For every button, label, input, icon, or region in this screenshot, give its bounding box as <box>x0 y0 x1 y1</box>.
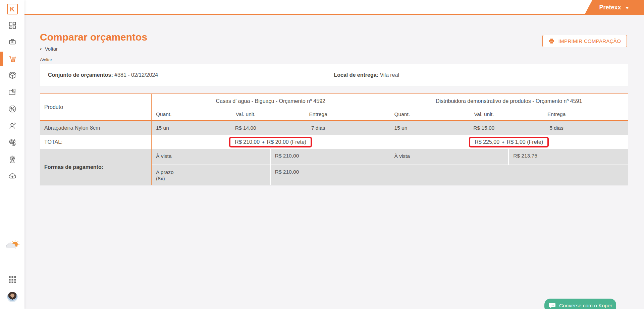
sidebar-item-products[interactable] <box>0 67 24 84</box>
product-column-header: Produto <box>40 94 151 120</box>
total-label-cell: TOTAL: <box>40 135 151 149</box>
weather-widget[interactable] <box>5 239 20 252</box>
supplier-1-payment-1-value: R$ 210,00 <box>271 149 390 165</box>
svg-text:$: $ <box>13 89 14 92</box>
sidebar-item-customers[interactable] <box>0 134 24 151</box>
sidebar-item-suppliers[interactable] <box>0 117 24 134</box>
back-link-small[interactable]: ‹Voltar <box>40 58 52 62</box>
empty-cell <box>390 165 509 185</box>
summary-card: Conjunto de orçamentos: #381 - 02/12/202… <box>40 64 628 86</box>
budget-set-label: Conjunto de orçamentos: <box>48 72 113 78</box>
supplier-2-payment-1-method: À vista <box>390 149 509 165</box>
payment-row: A prazo (8x) R$ 210,00 <box>152 165 390 185</box>
product-name-cell: Abraçadeira Nylon 8cm <box>40 121 151 135</box>
sidebar-item-dashboard[interactable] <box>0 17 24 34</box>
delivery-label: Local de entrega: <box>334 72 378 78</box>
briefcase-icon <box>8 38 17 46</box>
plus-icon: + <box>502 140 504 145</box>
supplier-1-total-cell: R$ 210,00 + R$ 20,00 (Frete) <box>151 135 390 149</box>
shopping-cart-icon <box>8 54 17 63</box>
delivery-header: Entrega <box>282 111 354 117</box>
supplier-2-delivery: 5 dias <box>521 125 592 131</box>
supplier-1-delivery: 7 dias <box>282 125 354 131</box>
dashboard-icon <box>8 21 17 29</box>
total-row: TOTAL: R$ 210,00 + R$ 20,00 (Frete) R$ 2… <box>40 135 628 149</box>
table-header: Produto Casas d' agua - Biguaçu - Orçame… <box>40 94 628 121</box>
folder-money-icon: $ <box>8 88 17 97</box>
payment-row: À vista R$ 210,00 <box>152 149 390 165</box>
chat-with-koper-button[interactable]: Converse com o Koper <box>544 299 616 309</box>
payment-row-empty <box>390 165 628 185</box>
supplier-2-subheaders: Quant. Val. unit. Entrega <box>390 108 628 120</box>
supplier-1-unit-value: R$ 14,00 <box>209 125 282 131</box>
supplier-1-subheaders: Quant. Val. unit. Entrega <box>152 108 390 120</box>
quant-header: Quant. <box>152 111 209 117</box>
supplier-1-product-cells: 15 un R$ 14,00 7 dias <box>151 121 390 135</box>
sidebar-item-certificates[interactable] <box>0 151 24 168</box>
sidebar: K <box>0 0 24 309</box>
app-root: Pretexx ▼ K <box>0 0 644 309</box>
delivery-header: Entrega <box>521 111 592 117</box>
unit-value-header: Val. unit. <box>209 111 282 117</box>
sidebar-item-discounts[interactable] <box>0 101 24 117</box>
budget-set-info: Conjunto de orçamentos: #381 - 02/12/202… <box>40 72 158 78</box>
supplier-2-payment-1-value: R$ 213,75 <box>509 149 628 165</box>
payment-row: À vista R$ 213,75 <box>390 149 628 165</box>
discount-percent-icon <box>8 105 17 113</box>
supplier-1-total-highlight: R$ 210,00 + R$ 20,00 (Frete) <box>229 137 312 147</box>
supplier-2-total-highlight: R$ 225,00 + R$ 1,00 (Frete) <box>469 137 549 147</box>
payments-label-cell: Formas de pagamento: <box>40 149 151 185</box>
award-ribbon-icon <box>8 155 17 164</box>
cloud-upload-icon <box>8 172 17 180</box>
worker-settings-icon <box>8 121 17 130</box>
supplier-1-payments: À vista R$ 210,00 A prazo (8x) R$ 210,00 <box>151 149 390 185</box>
supplier-1-payment-1-method: À vista <box>152 149 271 165</box>
sidebar-item-purchases[interactable] <box>0 50 24 67</box>
comparison-table: Produto Casas d' agua - Biguaçu - Orçame… <box>40 94 628 185</box>
supplier-1-payment-2-value: R$ 210,00 <box>271 165 390 185</box>
weather-icon <box>5 239 20 251</box>
chat-bubble-icon <box>549 303 556 309</box>
printer-icon <box>548 38 555 44</box>
back-label: Voltar <box>45 46 58 52</box>
delivery-info: Local de entrega: Vila real <box>334 72 399 78</box>
supplier-2-product-cells: 15 un R$ 15,00 5 dias <box>390 121 628 135</box>
print-button-label: IMPRIMIR COMPARAÇÃO <box>558 38 621 44</box>
chevron-down-icon: ▼ <box>624 5 630 10</box>
back-chevron-icon: ‹ <box>40 47 42 51</box>
payments-rows: Formas de pagamento: À vista R$ 210,00 A… <box>40 149 628 185</box>
supplier-2-quantity: 15 un <box>390 125 447 131</box>
supplier-1-quantity: 15 un <box>152 125 209 131</box>
supplier-2-header: Distribuidora demonstrativo de produtos … <box>390 94 628 120</box>
product-row: Abraçadeira Nylon 8cm 15 un R$ 14,00 7 d… <box>40 121 628 135</box>
supplier-1-name: Casas d' agua - Biguaçu - Orçamento nº 4… <box>152 94 390 108</box>
chat-button-label: Converse com o Koper <box>559 303 612 309</box>
account-name: Pretexx <box>599 4 621 11</box>
sidebar-item-finance[interactable]: $ <box>0 84 24 101</box>
supplier-2-unit-value: R$ 15,00 <box>447 125 521 131</box>
supplier-2-total-cell: R$ 225,00 + R$ 1,00 (Frete) <box>390 135 628 149</box>
supplier-2-name: Distribuidora demonstrativo de produtos … <box>390 94 628 108</box>
print-comparison-button[interactable]: IMPRIMIR COMPARAÇÃO <box>542 35 627 47</box>
supplier-1-total-value: R$ 210,00 <box>235 139 260 145</box>
sidebar-item-backup[interactable] <box>0 168 24 184</box>
budget-set-value: #381 - 02/12/2024 <box>114 72 158 78</box>
back-small-label: Voltar <box>41 58 52 62</box>
customers-icon <box>8 138 17 147</box>
user-avatar[interactable] <box>7 292 17 302</box>
supplier-2-freight-value: R$ 1,00 (Frete) <box>507 139 543 145</box>
supplier-1-header: Casas d' agua - Biguaçu - Orçamento nº 4… <box>151 94 390 120</box>
supplier-1-freight-value: R$ 20,00 (Frete) <box>267 139 306 145</box>
sidebar-item-briefcase[interactable] <box>0 34 24 50</box>
back-link[interactable]: ‹ Voltar <box>40 46 58 52</box>
apps-grid-button[interactable] <box>9 276 16 283</box>
app-logo[interactable]: K <box>7 4 18 14</box>
unit-value-header: Val. unit. <box>447 111 521 117</box>
supplier-1-payment-2-method: A prazo (8x) <box>152 165 271 185</box>
account-menu[interactable]: Pretexx ▼ <box>584 0 644 15</box>
topbar: Pretexx ▼ <box>24 0 644 15</box>
supplier-2-payments: À vista R$ 213,75 <box>390 149 628 185</box>
delivery-value: Vila real <box>380 72 399 78</box>
open-box-icon <box>8 71 17 80</box>
quant-header: Quant. <box>390 111 447 117</box>
